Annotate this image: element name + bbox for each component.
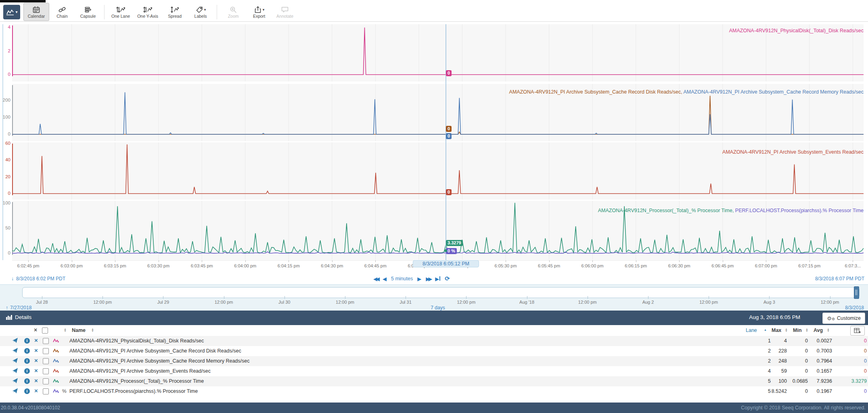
info-icon[interactable]: i bbox=[24, 388, 30, 394]
info-icon[interactable]: i bbox=[24, 378, 30, 384]
x-tick-mark bbox=[506, 260, 506, 262]
sort-icon[interactable]: ▲▼ bbox=[64, 328, 67, 332]
expand-overview-icon[interactable]: ↑ bbox=[6, 305, 8, 311]
overview-tick-mark bbox=[163, 296, 163, 299]
row-checkbox[interactable] bbox=[43, 378, 49, 384]
overview-range-track[interactable] bbox=[22, 287, 860, 298]
x-tick-label: 6:06:30 pm bbox=[661, 263, 697, 268]
remove-icon[interactable]: × bbox=[34, 357, 38, 363]
signal-icon bbox=[53, 378, 60, 385]
overview-tick-mark bbox=[284, 296, 285, 299]
table-row[interactable]: i×AMAZONA-4RV912N_PI Archive Subsystem_C… bbox=[0, 356, 868, 366]
sort-icon[interactable]: ▲▼ bbox=[91, 328, 94, 332]
column-header-lane[interactable]: Lane bbox=[746, 327, 757, 333]
calendar-label: Calendar bbox=[28, 14, 45, 19]
annotate-button: Annotate bbox=[272, 3, 298, 21]
signal-name[interactable]: AMAZONA-4RV912N_PhysicalDisk(_Total)_Dis… bbox=[69, 338, 204, 344]
remove-icon[interactable]: × bbox=[34, 378, 38, 384]
series-label[interactable]: AMAZONA-4RV912N_PI Archive Subsystem_Eve… bbox=[722, 149, 864, 155]
overview-end-date[interactable]: 8/3/2018 bbox=[845, 305, 864, 311]
cursor-value-badge: 0 bbox=[446, 70, 452, 76]
display-range-end[interactable]: 8/3/2018 6:07 PM PDT bbox=[815, 276, 864, 282]
display-range-start[interactable]: ↓8/3/2018 6:02 PM PDT bbox=[11, 276, 65, 282]
x-tick-label: 6:05:30 pm bbox=[487, 263, 524, 268]
column-header-name[interactable]: Name bbox=[72, 327, 86, 333]
series-label[interactable]: AMAZONA-4RV912N_PI Archive Subsystem_Cac… bbox=[509, 89, 684, 95]
overview-start-date[interactable]: ↑7/27/2018 bbox=[6, 305, 31, 311]
step-back-button[interactable]: ◀ bbox=[383, 276, 387, 282]
signal-name[interactable]: AMAZONA-4RV912N_PI Archive Subsystem_Eve… bbox=[69, 368, 211, 374]
labels-icon: ▾ bbox=[195, 6, 206, 13]
remove-icon[interactable]: × bbox=[34, 367, 38, 373]
remove-all-icon[interactable]: × bbox=[34, 327, 37, 333]
table-row[interactable]: i×AMAZONA-4RV912N_PI Archive Subsystem_C… bbox=[0, 346, 868, 356]
auto-update-button[interactable]: ⟳ bbox=[445, 275, 450, 282]
series-label[interactable]: AMAZONA-4RV912N_PI Archive Subsystem_Cac… bbox=[684, 89, 864, 95]
row-checkbox[interactable] bbox=[43, 368, 49, 374]
export-button[interactable]: ▾Export bbox=[246, 3, 272, 21]
signal-name[interactable]: AMAZONA-4RV912N_PI Archive Subsystem_Cac… bbox=[69, 358, 249, 364]
column-header-min[interactable]: Min bbox=[793, 327, 802, 333]
expand-range-left-icon[interactable]: ↓ bbox=[11, 276, 14, 282]
signal-name[interactable]: AMAZONA-4RV912N_Processor(_Total)_% Proc… bbox=[69, 378, 204, 384]
series-label[interactable]: AMAZONA-4RV912N_PhysicalDisk(_Total)_Dis… bbox=[729, 28, 864, 33]
add-column-button[interactable] bbox=[850, 326, 865, 336]
spread-button[interactable]: Spread bbox=[162, 3, 188, 21]
step-forward-button[interactable]: ▶ bbox=[417, 276, 421, 282]
x-tick-label: 6:03:15 pm bbox=[97, 263, 133, 268]
remove-icon[interactable]: × bbox=[34, 337, 38, 343]
remove-icon[interactable]: × bbox=[34, 388, 38, 394]
duration-dropdown[interactable]: 5 minutes bbox=[391, 276, 413, 282]
send-to-trend-icon[interactable] bbox=[12, 348, 18, 355]
copyright-label: Copyright © 2018 Seeq Corporation. All r… bbox=[741, 405, 866, 411]
labels-button[interactable]: ▾Labels bbox=[188, 3, 213, 21]
row-checkbox[interactable] bbox=[43, 388, 49, 394]
table-row[interactable]: i×AMAZONA-4RV912N_PI Archive Subsystem_E… bbox=[0, 366, 868, 376]
x-tick-mark bbox=[245, 260, 246, 262]
row-checkbox[interactable] bbox=[43, 348, 49, 354]
trend-view-dropdown-button[interactable]: ▾ bbox=[3, 5, 20, 19]
step-back-page-button[interactable]: ◀◀ bbox=[373, 276, 378, 282]
calendar-button[interactable]: Calendar bbox=[23, 3, 49, 21]
column-header-max[interactable]: Max bbox=[772, 327, 781, 333]
capsule-button[interactable]: Capsule bbox=[75, 3, 101, 21]
x-tick-mark bbox=[549, 260, 550, 262]
row-checkbox[interactable] bbox=[43, 338, 49, 344]
info-icon[interactable]: i bbox=[24, 358, 30, 364]
one-lane-button[interactable]: One Lane bbox=[108, 3, 134, 21]
signal-name[interactable]: AMAZONA-4RV912N_PI Archive Subsystem_Cac… bbox=[69, 348, 241, 354]
chain-button[interactable]: Chain bbox=[49, 3, 75, 21]
remove-icon[interactable]: × bbox=[34, 347, 38, 353]
y-tick-label: 100 bbox=[0, 200, 10, 205]
info-icon[interactable]: i bbox=[24, 338, 30, 344]
info-icon[interactable]: i bbox=[24, 368, 30, 374]
send-to-trend-icon[interactable] bbox=[12, 358, 18, 365]
overview-range-handle[interactable] bbox=[854, 286, 859, 299]
sort-asc-icon[interactable]: ▲ bbox=[764, 329, 767, 331]
send-to-trend-icon[interactable] bbox=[12, 388, 18, 395]
sort-icon[interactable]: ▲▼ bbox=[805, 328, 808, 332]
signal-name[interactable]: PERF.LOCALHOST.Process(piarchss).% Proce… bbox=[69, 388, 198, 394]
x-tick-label: 6:03:00 pm bbox=[54, 263, 90, 268]
customize-button[interactable]: ⚙⚙ Customize bbox=[822, 313, 865, 324]
column-header-avg[interactable]: Avg bbox=[814, 327, 823, 333]
send-to-trend-icon[interactable] bbox=[12, 338, 18, 345]
table-row[interactable]: i×AMAZONA-4RV912N_Processor(_Total)_% Pr… bbox=[0, 376, 868, 386]
series-label[interactable]: AMAZONA-4RV912N_Processor(_Total)_% Proc… bbox=[598, 208, 735, 213]
send-to-trend-icon[interactable] bbox=[12, 378, 18, 385]
row-checkbox[interactable] bbox=[43, 358, 49, 364]
select-all-checkbox[interactable] bbox=[42, 327, 48, 334]
one-y-axis-button[interactable]: One Y-Axis bbox=[134, 3, 162, 21]
sort-icon[interactable]: ▲▼ bbox=[827, 328, 830, 332]
info-icon[interactable]: i bbox=[24, 348, 30, 354]
table-row[interactable]: i×%PERF.LOCALHOST.Process(piarchss).% Pr… bbox=[0, 386, 868, 396]
cursor-point bbox=[444, 249, 447, 252]
step-forward-page-button[interactable]: ▶▶ bbox=[426, 276, 431, 282]
send-to-trend-icon[interactable] bbox=[12, 368, 18, 375]
cursor-value-badge: 0 bbox=[446, 189, 452, 195]
step-to-end-button[interactable]: ▶ bbox=[435, 276, 440, 282]
series-label[interactable]: PERF.LOCALHOST.Process(piarchss).% Proce… bbox=[735, 208, 864, 213]
overview-duration[interactable]: 7 days bbox=[420, 305, 456, 311]
table-row[interactable]: i×AMAZONA-4RV912N_PhysicalDisk(_Total)_D… bbox=[0, 336, 868, 346]
sort-icon[interactable]: ▲▼ bbox=[785, 328, 788, 332]
